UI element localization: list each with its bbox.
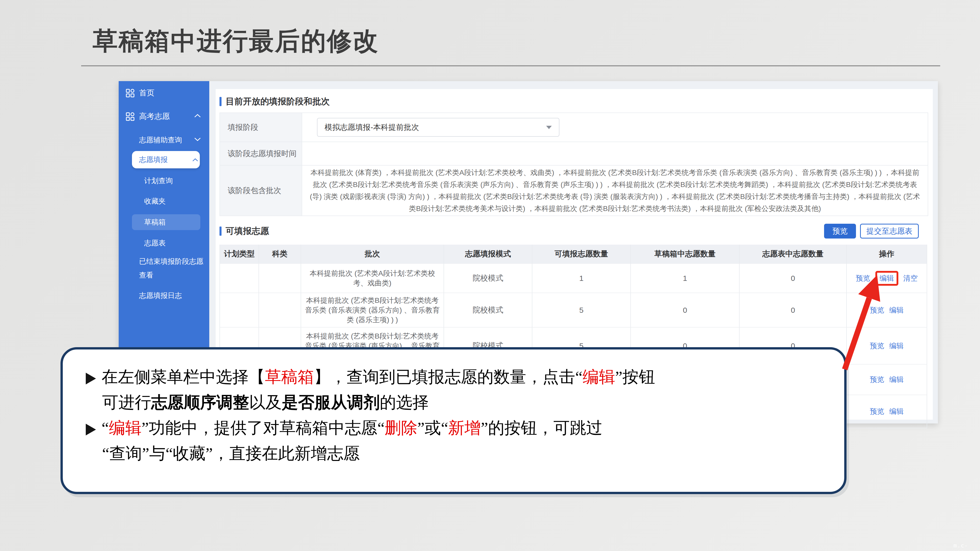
cell-actions: 预览 编辑 [847,327,927,365]
cell-table-count: 0 [740,264,847,293]
stage-form: 填报阶段 模拟志愿填报-本科提前批次 该阶段志愿填报时间 [220,113,928,216]
section-accent-bar [220,97,221,106]
col-header: 操作 [847,245,927,264]
cell-fillable-count: 5 [532,293,631,327]
sidebar-item-label: 首页 [139,88,154,98]
callout-text: 可进行 [102,393,151,411]
edit-link-highlight-box: 编辑 [875,271,898,286]
section-title: 目前开放的填报阶段和批次 [226,96,330,107]
cell-actions: 预览 编辑 清空 [847,264,927,293]
col-header: 科类 [259,245,301,264]
preview-link[interactable]: 预览 [856,273,870,283]
form-label: 该阶段志愿填报时间 [220,142,302,165]
cell-mode: 院校模式 [444,293,532,327]
batches-value: 本科提前批次 (体育类) ，本科提前批次 (艺术类A段计划:艺术类校考、戏曲类)… [302,167,928,214]
preview-link[interactable]: 预览 [870,407,884,416]
sidebar-item-favorites[interactable]: 收藏夹 [144,197,165,206]
cell-draft-count: 1 [631,264,740,293]
sidebar-item-volunteer-fill[interactable]: 志愿填报 [132,151,200,168]
callout-line-3: “编辑”功能中，提供了对草稿箱中志愿“删除”或“新增”的按钮，可跳过 [86,415,834,441]
callout-text-red: 删除 [385,419,417,437]
bullet-arrow-icon [86,424,96,435]
section-title: 可填报志愿 [226,225,269,237]
cell-table-count: 0 [740,293,847,327]
sidebar-item-gaokao-volunteer[interactable]: 高考志愿 [126,111,170,122]
form-row-batches: 该阶段包含批次 本科提前批次 (体育类) ，本科提前批次 (艺术类A段计划:艺术… [220,165,928,216]
sidebar-item-volunteer-assist-query[interactable]: 志愿辅助查询 [139,135,182,145]
edit-link[interactable]: 编辑 [889,305,904,315]
edit-link[interactable]: 编辑 [880,274,894,282]
cell-fillable-count: 1 [532,264,631,293]
callout-text: “ [102,419,109,437]
cell-batch: 本科提前批次 (艺术类A段计划:艺术类校考、戏曲类) [301,264,444,293]
sidebar-item-label: 已结束填报阶段志愿 [139,257,204,266]
cell-draft-count: 0 [631,293,740,327]
sidebar-item-volunteer-table[interactable]: 志愿表 [144,238,165,248]
title-divider [81,65,940,66]
cell-batch: 本科提前批次 (艺术类B段计划:艺术类统考音乐类 (音乐表演类 (器乐方向) 、… [301,293,444,327]
volunteer-section-header: 可填报志愿 预览 提交至志愿表 [216,216,933,242]
stage-section-header: 目前开放的填报阶段和批次 [216,89,933,111]
cell-plan-type [220,293,259,327]
sidebar-item-fill-log[interactable]: 志愿填报日志 [139,291,182,300]
chevron-up-icon [194,114,201,118]
callout-text-red: 编辑 [582,368,615,386]
sidebar-item-ended-stage-view[interactable]: 已结束填报阶段志愿 [139,257,204,266]
cell-subject [259,264,301,293]
col-header: 计划类型 [220,245,259,264]
callout-line-2: 可进行志愿顺序调整以及是否服从调剂的选择 [86,390,834,415]
cell-actions: 预览 编辑 [847,365,927,395]
table-row: 本科提前批次 (艺术类B段计划:艺术类统考音乐类 (音乐表演类 (器乐方向) 、… [220,293,927,327]
callout-text-bold: 志愿顺序调整 [151,393,249,411]
table-row: 本科提前批次 (艺术类A段计划:艺术类校考、戏曲类) 院校模式 1 1 0 预览… [220,264,927,293]
sidebar-item-label: 志愿填报 [139,155,168,165]
annotation-callout: 在左侧菜单栏中选择【草稿箱】，查询到已填报志愿的数量，点击“编辑”按钮 可进行志… [60,347,846,494]
sidebar-item-draft-box-active[interactable]: 草稿箱 [132,214,200,230]
callout-text: 以及 [249,393,282,411]
sidebar-item-ended-stage-view-line2[interactable]: 查看 [139,270,153,280]
chevron-down-icon [194,137,201,141]
chevron-up-icon [192,158,198,162]
sidebar-item-plan-query[interactable]: 计划查询 [144,176,173,186]
watermark: m.c-yao.com [953,542,980,551]
col-header: 志愿填报模式 [444,245,532,264]
preview-link[interactable]: 预览 [870,375,884,384]
callout-text: 】，查询到已填报志愿的数量，点击“ [314,368,582,386]
sidebar-item-label: 志愿表 [144,238,165,248]
table-header-row: 计划类型 科类 批次 志愿填报模式 可填报志愿数量 草稿箱中志愿数量 志愿表中志… [220,245,927,264]
callout-text: ”按钮 [615,368,655,386]
bullet-arrow-icon [86,373,96,384]
preview-link[interactable]: 预览 [870,305,884,315]
callout-text: ”功能中，提供了对草稿箱中志愿“ [142,419,385,437]
callout-text: 的选择 [380,393,429,411]
callout-text-red: 编辑 [109,419,142,437]
page-title: 草稿箱中进行最后的修改 [93,24,379,58]
sidebar-item-label: 志愿填报日志 [139,291,182,300]
stage-select[interactable]: 模拟志愿填报-本科提前批次 [317,118,559,137]
slide: 草稿箱中进行最后的修改 首页 高考志愿 志愿辅助查询 志愿填报 [0,0,980,551]
sidebar-item-label: 查看 [139,270,153,280]
submit-to-table-button[interactable]: 提交至志愿表 [860,224,919,238]
sidebar-item-label: 高考志愿 [139,111,170,122]
preview-button[interactable]: 预览 [824,224,856,238]
cell-subject [259,293,301,327]
col-header: 草稿箱中志愿数量 [631,245,740,264]
form-row-time: 该阶段志愿填报时间 [220,142,928,165]
preview-link[interactable]: 预览 [870,341,884,351]
col-header: 批次 [301,245,444,264]
callout-text-bold: 是否服从调剂 [282,393,380,411]
callout-text: ”的按钮，可跳过 [481,419,602,437]
cell-actions: 预览 编辑 [847,293,927,327]
sidebar-item-home[interactable]: 首页 [126,88,154,98]
edit-link[interactable]: 编辑 [889,341,904,351]
callout-text-red: 草稿箱 [265,368,314,386]
callout-text: “查询”与“收藏”，直接在此新增志愿 [102,445,360,462]
col-header: 可填报志愿数量 [532,245,631,264]
edit-link[interactable]: 编辑 [889,407,904,416]
sidebar-item-label: 收藏夹 [144,197,165,206]
edit-link[interactable]: 编辑 [889,375,904,384]
callout-line-4: “查询”与“收藏”，直接在此新增志愿 [86,441,834,466]
clear-link[interactable]: 清空 [904,273,918,283]
stage-select-value: 模拟志愿填报-本科提前批次 [325,122,419,133]
callout-text: 在左侧菜单栏中选择【 [102,368,265,386]
